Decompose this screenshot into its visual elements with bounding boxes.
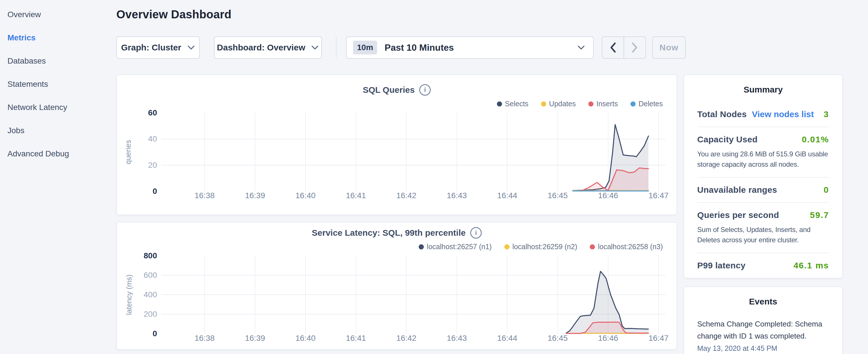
summary-description: Sum of Selects, Updates, Inserts, and De… bbox=[697, 225, 829, 245]
summary-label: Capacity Used bbox=[697, 135, 758, 144]
dashboard-dropdown-label: Dashboard: Overview bbox=[217, 43, 305, 53]
svg-text:16:39: 16:39 bbox=[245, 334, 265, 343]
sidebar-item-network-latency[interactable]: Network Latency bbox=[7, 96, 111, 119]
svg-text:200: 200 bbox=[144, 310, 157, 319]
sidebar-item-databases[interactable]: Databases bbox=[7, 49, 111, 72]
svg-text:400: 400 bbox=[144, 290, 157, 299]
sidebar-item-advanced-debug[interactable]: Advanced Debug bbox=[7, 142, 111, 165]
svg-text:16:43: 16:43 bbox=[447, 191, 467, 200]
svg-text:0: 0 bbox=[152, 187, 157, 196]
graph-dropdown[interactable]: Graph: Cluster bbox=[116, 36, 200, 59]
summary-value: 59.7 bbox=[810, 210, 829, 220]
svg-text:60: 60 bbox=[148, 108, 157, 117]
summary-row: Queries per second59.7Sum of Selects, Up… bbox=[697, 202, 829, 253]
summary-value: 0 bbox=[824, 185, 829, 195]
summary-row: Capacity Used0.01%You are using 28.6 MiB… bbox=[697, 127, 829, 177]
summary-label: Unavailable ranges bbox=[697, 185, 777, 195]
svg-text:800: 800 bbox=[144, 251, 157, 260]
svg-text:16:45: 16:45 bbox=[548, 334, 568, 343]
time-step-forward-button[interactable] bbox=[624, 37, 645, 58]
svg-text:16:39: 16:39 bbox=[245, 191, 265, 200]
sql-queries-plot[interactable]: 16:3816:3916:4016:4116:4216:4316:4416:45… bbox=[117, 75, 678, 216]
svg-text:16:44: 16:44 bbox=[497, 334, 517, 343]
svg-text:16:41: 16:41 bbox=[346, 191, 366, 200]
sidebar: OverviewMetricsDatabasesStatementsNetwor… bbox=[7, 3, 111, 165]
svg-text:16:38: 16:38 bbox=[194, 334, 215, 343]
svg-text:16:42: 16:42 bbox=[396, 191, 416, 200]
events-panel: Events Schema Change Completed: Schema c… bbox=[683, 286, 843, 354]
svg-text:20: 20 bbox=[148, 161, 157, 169]
svg-text:16:47: 16:47 bbox=[649, 191, 669, 200]
summary-label: Queries per second bbox=[697, 210, 779, 220]
svg-text:16:43: 16:43 bbox=[447, 334, 467, 343]
summary-label: Total Nodes bbox=[697, 109, 747, 119]
graph-dropdown-label: Graph: Cluster bbox=[121, 43, 181, 53]
summary-value: 46.1 ms bbox=[794, 261, 829, 270]
summary-row: Unavailable ranges0 bbox=[697, 177, 829, 202]
time-range-dropdown[interactable]: 10m Past 10 Minutes bbox=[346, 36, 594, 59]
summary-row: P99 latency46.1 ms bbox=[697, 253, 829, 278]
summary-rows: Total NodesView nodes list3Capacity Used… bbox=[697, 102, 829, 278]
svg-text:16:45: 16:45 bbox=[548, 191, 568, 200]
summary-title: Summary bbox=[697, 85, 829, 95]
controls-divider bbox=[336, 37, 336, 58]
time-range-label: Past 10 Minutes bbox=[384, 42, 454, 53]
time-step-back-button[interactable] bbox=[602, 37, 624, 58]
svg-text:16:41: 16:41 bbox=[346, 334, 366, 343]
time-step-button-group bbox=[602, 36, 646, 59]
svg-text:40: 40 bbox=[148, 134, 157, 143]
svg-text:16:46: 16:46 bbox=[598, 191, 618, 200]
svg-text:600: 600 bbox=[144, 271, 157, 280]
chevron-left-icon bbox=[609, 41, 617, 54]
summary-value: 0.01% bbox=[802, 135, 829, 144]
view-nodes-list-link[interactable]: View nodes list bbox=[752, 109, 814, 119]
service-latency-chart-card: Service Latency: SQL, 99th percentile i … bbox=[116, 222, 677, 350]
service-latency-plot[interactable]: 16:3816:3916:4016:4116:4216:4316:4416:45… bbox=[117, 223, 678, 350]
events-title: Events bbox=[697, 297, 829, 307]
summary-description: You are using 28.6 MiB of 515.9 GiB usab… bbox=[697, 149, 829, 169]
time-range-badge: 10m bbox=[353, 41, 377, 55]
chevron-down-icon bbox=[187, 45, 195, 50]
svg-text:16:47: 16:47 bbox=[649, 334, 669, 343]
svg-text:0: 0 bbox=[152, 329, 157, 338]
sidebar-item-overview[interactable]: Overview bbox=[7, 3, 111, 26]
summary-panel: Summary Total NodesView nodes list3Capac… bbox=[683, 74, 843, 279]
svg-text:16:40: 16:40 bbox=[296, 191, 315, 200]
svg-text:16:42: 16:42 bbox=[396, 334, 416, 343]
svg-text:16:44: 16:44 bbox=[497, 191, 517, 200]
event-text: Schema Change Completed: Schema change w… bbox=[697, 318, 829, 342]
svg-text:16:46: 16:46 bbox=[598, 334, 618, 343]
summary-label: P99 latency bbox=[697, 261, 745, 270]
events-list: Schema Change Completed: Schema change w… bbox=[697, 318, 829, 353]
sql-queries-chart-card: SQL Queries i SelectsUpdatesInsertsDelet… bbox=[116, 74, 677, 215]
summary-value: 3 bbox=[824, 109, 829, 119]
event-timestamp: May 13, 2020 at 4:45 PM bbox=[697, 344, 829, 353]
app-root: OverviewMetricsDatabasesStatementsNetwor… bbox=[0, 0, 868, 354]
sidebar-item-metrics[interactable]: Metrics bbox=[7, 26, 111, 49]
sidebar-item-jobs[interactable]: Jobs bbox=[7, 119, 111, 142]
chevron-down-icon bbox=[311, 45, 319, 50]
dashboard-dropdown[interactable]: Dashboard: Overview bbox=[214, 36, 322, 59]
chevron-down-icon bbox=[577, 45, 585, 50]
svg-text:16:40: 16:40 bbox=[296, 334, 315, 343]
now-button[interactable]: Now bbox=[652, 36, 686, 59]
sidebar-item-statements[interactable]: Statements bbox=[7, 72, 111, 96]
svg-text:16:38: 16:38 bbox=[194, 191, 215, 200]
page-title: Overview Dashboard bbox=[116, 8, 231, 21]
chevron-right-icon bbox=[631, 41, 639, 54]
summary-row: Total NodesView nodes list3 bbox=[697, 102, 829, 127]
